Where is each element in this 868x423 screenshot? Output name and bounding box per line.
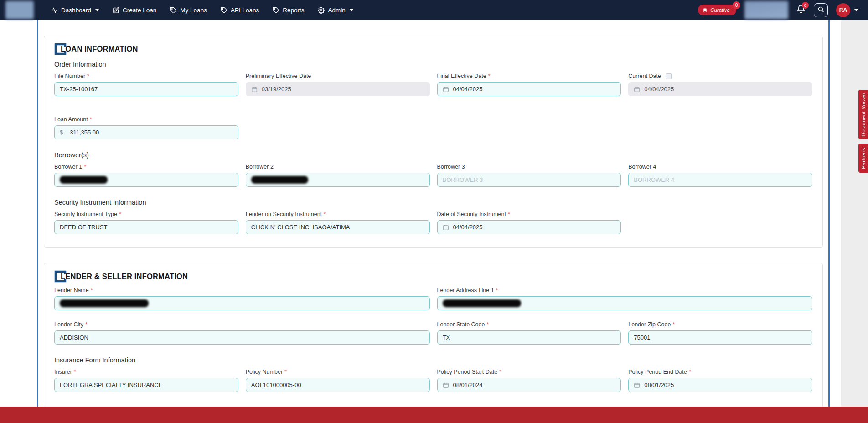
- lender-zip-code-input[interactable]: [628, 330, 812, 345]
- current-date-checkbox[interactable]: [666, 73, 672, 79]
- lender-address-line-1-input[interactable]: [437, 296, 813, 310]
- edit-icon: [113, 7, 119, 14]
- borrower-3-input[interactable]: [437, 173, 621, 187]
- borrower-4-field: Borrower 4: [628, 164, 812, 187]
- loan-amount-input[interactable]: $: [54, 125, 238, 139]
- file-number-input[interactable]: [54, 82, 238, 96]
- currency-symbol: $: [60, 129, 63, 136]
- user-menu[interactable]: RA: [836, 3, 858, 17]
- chevron-down-icon: [95, 9, 99, 11]
- policy-number-input[interactable]: [246, 378, 430, 392]
- lender-zip-code-field: Lender Zip Code*: [628, 321, 812, 345]
- file-number-field: File Number*: [54, 73, 238, 96]
- nav-dashboard[interactable]: Dashboard: [51, 7, 99, 14]
- borrowers-row: Borrower 1* Borrower 2 Borrower 3 B: [54, 164, 812, 187]
- calendar-icon: [443, 224, 449, 231]
- field-label: Lender on Security Instrument: [246, 211, 322, 217]
- curative-button[interactable]: Curative 0: [698, 5, 736, 15]
- date-value: 08/01/2025: [644, 382, 674, 388]
- nav-label: API Loans: [231, 7, 259, 14]
- borrower-2-field: Borrower 2: [246, 164, 430, 187]
- borrower-2-input[interactable]: [246, 173, 430, 187]
- borrower-1-input[interactable]: [54, 173, 238, 187]
- field-label: Lender State Code: [437, 321, 485, 328]
- field-label: Policy Number: [246, 369, 283, 375]
- preliminary-effective-date-field: Preliminary Effective Date 03/19/2025: [246, 73, 430, 96]
- date-of-security-instrument-input[interactable]: 04/04/2025: [437, 220, 621, 234]
- avatar: RA: [836, 3, 850, 17]
- nav-admin[interactable]: Admin: [318, 7, 353, 14]
- chevron-down-icon: [350, 9, 353, 11]
- loan-amount-field: Loan Amount* $: [54, 116, 238, 139]
- field-label: File Number: [54, 73, 85, 79]
- borrower-4-input[interactable]: [628, 173, 812, 187]
- section-header: LENDER & SELLER INFORMATION: [54, 269, 812, 284]
- redacted-text: [251, 176, 308, 184]
- nav-label: Create Loan: [123, 7, 156, 14]
- search-icon: [817, 6, 824, 14]
- insurer-field: Insurer*: [54, 369, 238, 392]
- field-label: Final Effective Date: [437, 73, 486, 79]
- loan-amount-row: Loan Amount* $: [54, 116, 812, 139]
- nav-label: Admin: [328, 7, 345, 14]
- loan-amount-value[interactable]: [69, 129, 233, 136]
- bottom-alert-bar: [0, 407, 868, 423]
- tag-icon: [273, 7, 279, 14]
- tag-icon: [221, 7, 227, 14]
- lender-state-code-input[interactable]: [437, 330, 621, 345]
- date-value: 04/04/2025: [644, 86, 674, 93]
- lender-address-line-1-field: Lender Address Line 1*: [437, 287, 813, 310]
- lender-state-code-field: Lender State Code*: [437, 321, 621, 345]
- lender-on-security-instrument-field: Lender on Security Instrument*: [246, 211, 430, 234]
- field-label: Borrower 4: [628, 164, 656, 170]
- insurer-input[interactable]: [54, 378, 238, 392]
- field-label: Borrower 2: [246, 164, 274, 170]
- lender-name-field: Lender Name*: [54, 287, 430, 310]
- nav-create-loan[interactable]: Create Loan: [113, 7, 156, 14]
- policy-period-start-date-input[interactable]: 08/01/2024: [437, 378, 621, 392]
- app-logo[interactable]: [5, 1, 34, 19]
- field-label: Lender Name: [54, 287, 89, 294]
- main-menu: Dashboard Create Loan My Loans API Loans: [51, 7, 353, 14]
- preliminary-effective-date-input: 03/19/2025: [246, 82, 430, 96]
- current-date-field: Current Date 04/04/2025: [628, 73, 812, 96]
- final-effective-date-field: Final Effective Date* 04/04/2025: [437, 73, 621, 96]
- field-label: Borrower 1: [54, 164, 82, 170]
- nav-label: My Loans: [180, 7, 207, 14]
- curative-badge: 0: [733, 1, 740, 9]
- loan-form-container: LOAN INFORMATION Order Information File …: [37, 20, 830, 423]
- field-label: Lender City: [54, 321, 83, 328]
- lender-name-input[interactable]: [54, 296, 430, 310]
- field-label: Date of Security Instrument: [437, 211, 506, 217]
- nav-my-loans[interactable]: My Loans: [170, 7, 207, 14]
- field-label: Loan Amount: [54, 116, 88, 123]
- nav-label: Dashboard: [61, 7, 91, 14]
- notifications-button[interactable]: 0: [796, 5, 806, 15]
- lender-on-security-instrument-input[interactable]: [246, 220, 430, 234]
- lender-city-field: Lender City*: [54, 321, 430, 345]
- search-button[interactable]: [814, 3, 828, 17]
- order-information-heading: Order Information: [54, 61, 812, 68]
- calendar-icon: [634, 382, 640, 388]
- nav-reports[interactable]: Reports: [273, 7, 304, 14]
- security-instrument-type-input[interactable]: [54, 220, 238, 234]
- redacted-text: [60, 176, 108, 184]
- policy-period-end-date-input[interactable]: 08/01/2025: [628, 378, 812, 392]
- policy-period-end-date-field: Policy Period End Date* 08/01/2025: [628, 369, 812, 392]
- field-label: Borrower 3: [437, 164, 465, 170]
- section-header: LOAN INFORMATION: [54, 41, 812, 56]
- lender-city-input[interactable]: [54, 330, 430, 345]
- document-viewer-tab[interactable]: Document Viewer: [858, 90, 868, 139]
- date-value: 04/04/2025: [453, 86, 483, 93]
- tag-icon: [170, 7, 177, 14]
- final-effective-date-input[interactable]: 04/04/2025: [437, 82, 621, 96]
- page-title: LOAN INFORMATION: [61, 45, 138, 53]
- nav-api-loans[interactable]: API Loans: [221, 7, 259, 14]
- partners-tab[interactable]: Partners: [858, 144, 868, 173]
- date-value: 04/04/2025: [453, 224, 483, 231]
- calendar-icon: [251, 86, 258, 93]
- calendar-icon: [443, 86, 449, 93]
- security-instrument-type-field: Security Instrument Type*: [54, 211, 238, 234]
- lender-name-row: Lender Name* Lender Address Line 1*: [54, 287, 812, 310]
- redacted-text: [60, 299, 149, 307]
